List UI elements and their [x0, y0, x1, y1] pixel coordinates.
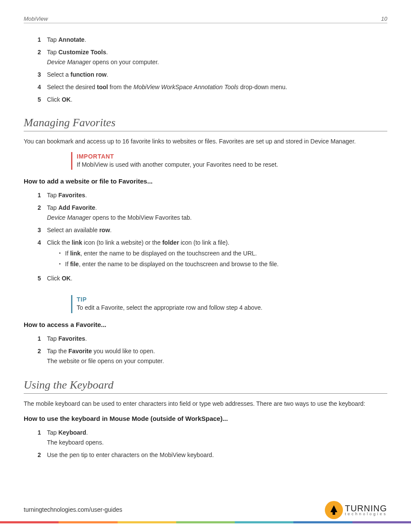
step-body: Use the pen tip to enter characters on t…: [47, 451, 387, 460]
section-heading-favorites: Managing Favorites: [24, 116, 387, 131]
step-number: 1: [36, 334, 41, 343]
page-number: 10: [381, 16, 387, 22]
step-subnote: Device Manager opens on your computer.: [47, 58, 387, 67]
step-body: Select the desired tool from the MobiVie…: [47, 83, 387, 92]
step-body: Select an available row.: [47, 226, 387, 235]
keyboard-intro: The mobile keyboard can be used to enter…: [24, 400, 387, 408]
step-body: Tap Favorites.: [47, 191, 387, 200]
section-heading-keyboard: Using the Keyboard: [24, 379, 387, 394]
list-item: 3Select a function row.: [36, 70, 387, 79]
important-body: If MobiView is used with another compute…: [77, 161, 373, 169]
step-number: 2: [36, 347, 41, 366]
step-body: Tap Favorites.: [47, 334, 387, 343]
list-item: 2Tap Customize Tools.Device Manager open…: [36, 48, 387, 67]
list-item: 1Tap Keyboard.The keyboard opens.: [36, 428, 387, 447]
step-number: 2: [36, 48, 41, 67]
step-number: 3: [36, 70, 41, 79]
favorites-intro: You can bookmark and access up to 16 fav…: [24, 137, 387, 146]
step-number: 2: [36, 451, 41, 460]
step-body: Tap Keyboard.The keyboard opens.: [47, 428, 387, 447]
list-item: 1Tap Favorites.: [36, 334, 387, 343]
logo-arrow-icon: [325, 501, 343, 519]
tip-body: To edit a Favorite, select the appropria…: [77, 304, 373, 312]
bottom-color-stripe: [0, 521, 411, 523]
list-item: 3Select an available row.: [36, 226, 387, 235]
list-item: 1Tap Annotate.: [36, 35, 387, 44]
step-number: 1: [36, 35, 41, 44]
page-footer: turningtechnologies.com/user-guides TURN…: [0, 501, 411, 519]
sub-bullet-list: If link, enter the name to be displayed …: [47, 249, 387, 269]
important-callout: IMPORTANT If MobiView is used with anoth…: [71, 152, 373, 170]
step-number: 2: [36, 203, 41, 222]
step-body: Select a function row.: [47, 70, 387, 79]
howto-access-favorite-title: How to access a Favorite...: [24, 321, 387, 328]
list-item: 4Click the link icon (to link a website)…: [36, 238, 387, 271]
step-number: 1: [36, 191, 41, 200]
logo-main-text: TURNING: [345, 504, 387, 512]
header-title: MobiView: [24, 16, 48, 22]
step-number: 5: [36, 95, 41, 104]
howto-add-list: 1Tap Favorites.2Tap Add Favorite.Device …: [24, 191, 387, 283]
step-number: 4: [36, 83, 41, 92]
list-item: 1Tap Favorites.: [36, 191, 387, 200]
step-body: Tap the Favorite you would like to open.…: [47, 347, 387, 366]
first-ordered-list: 1Tap Annotate.2Tap Customize Tools.Devic…: [24, 35, 387, 104]
step-body: Tap Customize Tools.Device Manager opens…: [47, 48, 387, 67]
list-item: 4Select the desired tool from the MobiVi…: [36, 83, 387, 92]
step-body: Tap Add Favorite.Device Manager opens to…: [47, 203, 387, 222]
tip-callout: TIP To edit a Favorite, select the appro…: [71, 295, 373, 313]
step-body: Click the link icon (to link a website) …: [47, 238, 387, 271]
turning-logo: TURNING technologies: [325, 501, 387, 519]
list-item: 5Click OK.: [36, 274, 387, 283]
important-title: IMPORTANT: [77, 153, 373, 160]
step-body: Tap Annotate.: [47, 35, 387, 44]
step-subnote: The website or file opens on your comput…: [47, 357, 387, 366]
howto-add-favorites-title: How to add a website or file to Favorite…: [24, 177, 387, 185]
step-number: 3: [36, 226, 41, 235]
howto-keyboard-list: 1Tap Keyboard.The keyboard opens.2Use th…: [24, 428, 387, 460]
step-subnote: The keyboard opens.: [47, 438, 387, 447]
howto-access-list: 1Tap Favorites.2Tap the Favorite you wou…: [24, 334, 387, 366]
step-subnote: Device Manager opens to the MobiView Fav…: [47, 213, 387, 222]
logo-sub-text: technologies: [345, 512, 387, 516]
howto-keyboard-mouse-title: How to use the keyboard in Mouse Mode (o…: [24, 415, 387, 422]
sub-bullet: If file, enter the name to be displayed …: [59, 260, 387, 269]
list-item: 5Click OK.: [36, 95, 387, 104]
footer-url: turningtechnologies.com/user-guides: [24, 506, 122, 519]
step-number: 5: [36, 274, 41, 283]
step-number: 4: [36, 238, 41, 271]
step-number: 1: [36, 428, 41, 447]
sub-bullet: If link, enter the name to be displayed …: [59, 249, 387, 258]
page-header: MobiView 10: [24, 16, 387, 23]
step-body: Click OK.: [47, 95, 387, 104]
step-body: Click OK.: [47, 274, 387, 283]
list-item: 2Tap Add Favorite.Device Manager opens t…: [36, 203, 387, 222]
tip-title: TIP: [77, 296, 373, 303]
list-item: 2Use the pen tip to enter characters on …: [36, 451, 387, 460]
list-item: 2Tap the Favorite you would like to open…: [36, 347, 387, 366]
